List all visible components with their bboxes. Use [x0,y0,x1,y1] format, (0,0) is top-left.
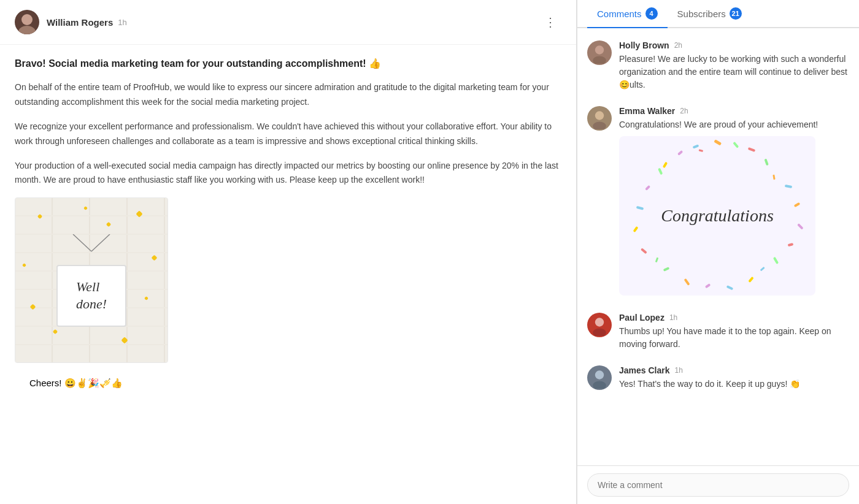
avatar [587,365,612,390]
comment-body: James Clark 1h Yes! That's the way to do… [619,365,849,391]
svg-rect-32 [772,175,775,180]
comment-author: Emma Walker [619,106,675,116]
svg-rect-19 [797,223,804,230]
congrats-text: Congratulations [661,206,774,226]
svg-point-0 [21,14,33,25]
comments-list: Holly Brown 2h Pleasure! We are lucky to… [577,28,859,465]
comment-text: Congratulations! We are proud of your ac… [619,118,849,131]
svg-line-3 [91,234,110,251]
post-body: On behalf of the entire team of ProofHub… [15,80,561,188]
comments-panel: Comments 4 Subscribers 21 Holly Brown 2h [577,0,859,504]
svg-rect-13 [677,150,683,156]
subscribers-count-badge: 21 [730,7,742,20]
comment-header: Emma Walker 2h [619,106,849,116]
comment-author: James Clark [619,365,670,375]
post-paragraph-1: On behalf of the entire team of ProofHub… [15,80,561,110]
svg-rect-34 [699,149,704,152]
svg-rect-24 [705,283,711,288]
svg-rect-14 [748,147,756,152]
avatar [587,106,612,131]
svg-rect-20 [788,243,794,246]
comment-time: 2h [674,41,682,50]
svg-rect-10 [714,139,722,145]
svg-rect-12 [733,142,739,148]
svg-rect-30 [645,185,650,191]
more-options-button[interactable]: ⋮ [539,12,561,32]
comment-body: Holly Brown 2h Pleasure! We are lucky to… [619,40,849,91]
subscribers-tab-label: Subscribers [677,9,726,19]
comment-time: 1h [669,313,677,322]
comment-header: Paul Lopez 1h [619,313,849,323]
svg-rect-15 [663,162,668,169]
svg-rect-22 [748,277,753,283]
comment-item: James Clark 1h Yes! That's the way to do… [577,358,859,398]
svg-point-40 [595,370,604,379]
well-done-sign: Well done! [56,265,126,327]
comment-text: Thumbs up! You have made it to the top a… [619,325,849,351]
comment-input[interactable] [587,473,849,497]
svg-rect-28 [633,226,638,232]
tabs-header: Comments 4 Subscribers 21 [577,0,859,28]
comments-tab-label: Comments [597,9,642,19]
post-content: Bravo! Social media marketing team for y… [0,45,576,504]
svg-rect-21 [773,257,779,264]
svg-point-1 [18,26,36,34]
svg-rect-25 [684,278,690,286]
comment-text: Yes! That's the way to do it. Keep it up… [619,378,849,391]
svg-rect-26 [663,267,670,272]
svg-rect-16 [764,159,769,166]
comment-input-area [577,465,859,504]
comment-header: James Clark 1h [619,365,849,375]
post-title: Bravo! Social media marketing team for y… [15,57,561,71]
svg-rect-18 [794,202,801,207]
post-header-left: William Rogers 1h [15,10,127,34]
svg-rect-33 [655,258,659,263]
comment-time: 2h [680,107,688,115]
congratulations-image: Congratulations [619,136,815,296]
comment-item: Paul Lopez 1h Thumbs up! You have made i… [577,305,859,358]
comment-header: Holly Brown 2h [619,40,849,50]
svg-rect-17 [785,185,793,188]
svg-rect-35 [760,267,765,271]
post-panel: William Rogers 1h ⋮ Bravo! Social media … [0,0,577,504]
comment-body: Paul Lopez 1h Thumbs up! You have made i… [619,313,849,351]
svg-line-2 [73,234,91,251]
tab-subscribers[interactable]: Subscribers 21 [668,0,752,28]
tab-comments[interactable]: Comments 4 [587,0,668,28]
svg-rect-27 [641,248,647,254]
svg-point-8 [595,111,604,120]
svg-rect-11 [693,144,699,148]
author-avatar [15,10,39,34]
comment-body: Emma Walker 2h Congratulations! We are p… [619,106,849,298]
sign-text: Well done! [76,278,107,313]
comments-count-badge: 4 [645,7,658,20]
hanging-wire [67,234,116,253]
sign-overlay: Well done! [56,198,126,362]
comment-item: Emma Walker 2h Congratulations! We are p… [577,99,859,305]
comment-item: Holly Brown 2h Pleasure! We are lucky to… [577,33,859,99]
svg-point-5 [595,45,604,54]
svg-rect-31 [658,168,663,175]
avatar [587,40,612,65]
post-header: William Rogers 1h ⋮ [0,0,576,45]
avatar [587,313,612,337]
post-footer: Cheers! 😀✌️🎉🎺👍 [15,373,561,401]
author-info: William Rogers 1h [47,17,127,28]
comment-author: Holly Brown [619,40,669,50]
comment-text: Pleasure! We are lucky to be working wit… [619,53,849,91]
post-time: 1h [118,18,126,27]
svg-rect-29 [636,206,644,210]
svg-rect-23 [726,285,734,290]
comment-time: 1h [675,366,683,375]
svg-point-37 [595,318,604,326]
author-name: William Rogers [47,17,113,28]
post-paragraph-2: We recognize your excellent performance … [15,120,561,149]
post-paragraph-3: Your production of a well-executed socia… [15,159,561,188]
post-image: Well done! [15,197,168,363]
comment-author: Paul Lopez [619,313,664,323]
